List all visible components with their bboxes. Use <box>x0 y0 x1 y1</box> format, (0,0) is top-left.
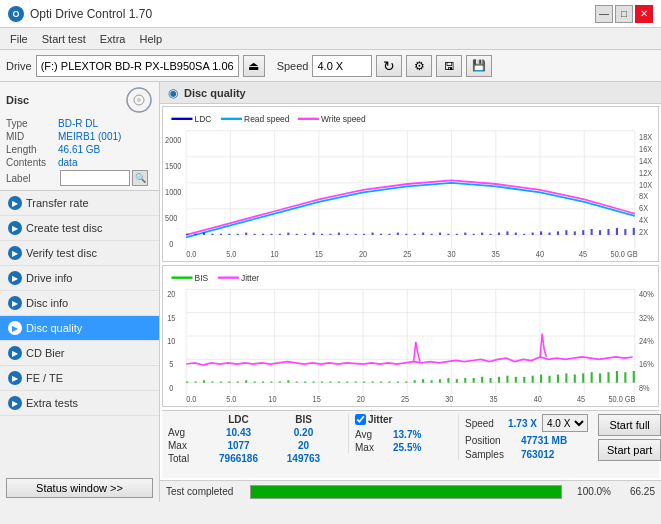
speed-dropdown[interactable]: 4.0 X 2.0 X 6.0 X 8.0 X <box>542 414 588 432</box>
samples-label: Samples <box>465 449 517 460</box>
start-part-button[interactable]: Start part <box>598 439 661 461</box>
tool-button-1[interactable]: 🖫 <box>436 55 462 77</box>
sidebar-item-cd-bier[interactable]: ▶ CD Bier <box>0 341 159 366</box>
svg-rect-74 <box>372 233 374 235</box>
svg-rect-91 <box>515 233 517 235</box>
svg-text:Write speed: Write speed <box>321 114 366 125</box>
svg-text:BIS: BIS <box>195 273 209 283</box>
svg-text:24%: 24% <box>639 337 654 346</box>
minimize-button[interactable]: — <box>595 5 613 23</box>
progress-speed: 66.25 <box>615 486 655 497</box>
label-icon-button[interactable]: 🔍 <box>132 170 148 186</box>
maximize-button[interactable]: □ <box>615 5 633 23</box>
settings-button[interactable]: ⚙ <box>406 55 432 77</box>
bis-total: 149763 <box>271 453 336 464</box>
eject-button[interactable]: ⏏ <box>243 55 265 77</box>
svg-text:18X: 18X <box>639 133 653 143</box>
save-button[interactable]: 💾 <box>466 55 492 77</box>
svg-rect-64 <box>287 233 289 235</box>
svg-text:15: 15 <box>315 250 324 260</box>
svg-rect-102 <box>607 229 609 235</box>
svg-rect-182 <box>473 378 475 383</box>
disc-quality-title: Disc quality <box>184 87 246 99</box>
svg-text:40: 40 <box>536 250 545 260</box>
drive-select[interactable]: (F:) PLEXTOR BD-R PX-LB950SA 1.06 <box>36 55 239 77</box>
verify-test-disc-icon: ▶ <box>8 246 22 260</box>
svg-rect-54 <box>203 233 205 235</box>
svg-rect-105 <box>633 228 635 235</box>
sidebar-item-fe-te[interactable]: ▶ FE / TE <box>0 366 159 391</box>
speed-select[interactable]: 4.0 X <box>312 55 372 77</box>
menu-file[interactable]: File <box>4 31 34 47</box>
svg-rect-68 <box>321 234 323 235</box>
svg-text:10: 10 <box>268 395 277 404</box>
menu-extra[interactable]: Extra <box>94 31 132 47</box>
svg-rect-194 <box>574 375 576 383</box>
speed-stat-value: 1.73 X <box>508 418 538 429</box>
content-area: ◉ Disc quality LDC Read speed Write spee… <box>160 82 661 502</box>
svg-rect-97 <box>565 230 567 235</box>
svg-text:20: 20 <box>357 395 366 404</box>
sidebar-item-extra-tests[interactable]: ▶ Extra tests <box>0 391 159 416</box>
svg-rect-170 <box>372 382 374 383</box>
ldc-column-header: LDC <box>206 414 271 425</box>
svg-text:40: 40 <box>534 395 543 404</box>
drive-label: Drive <box>6 60 32 72</box>
status-window-button[interactable]: Status window >> <box>6 478 153 498</box>
sidebar: Disc Type BD-R DL MID MEIRB1 (001) Lengt… <box>0 82 160 502</box>
label-input[interactable] <box>60 170 130 186</box>
sidebar-item-verify-test-disc[interactable]: ▶ Verify test disc <box>0 241 159 266</box>
svg-rect-155 <box>245 380 247 382</box>
svg-rect-178 <box>439 379 441 383</box>
transfer-rate-icon: ▶ <box>8 196 22 210</box>
svg-rect-101 <box>599 230 601 235</box>
sidebar-item-create-test-disc[interactable]: ▶ Create test disc <box>0 216 159 241</box>
progress-bar-container: Test completed 100.0% 66.25 <box>160 480 661 502</box>
svg-text:14X: 14X <box>639 156 653 166</box>
svg-rect-69 <box>329 234 331 235</box>
svg-rect-83 <box>447 234 449 235</box>
svg-rect-56 <box>220 234 222 235</box>
ldc-chart-svg: LDC Read speed Write speed 2000 1500 100… <box>163 107 658 261</box>
svg-rect-176 <box>422 379 424 383</box>
svg-rect-153 <box>228 382 230 383</box>
svg-rect-200 <box>624 372 626 383</box>
svg-rect-85 <box>464 233 466 235</box>
svg-rect-99 <box>582 230 584 235</box>
svg-rect-151 <box>211 382 213 383</box>
bis-avg: 0.20 <box>271 427 336 438</box>
svg-rect-193 <box>565 373 567 382</box>
drive-info-icon: ▶ <box>8 271 22 285</box>
svg-text:8%: 8% <box>639 383 650 392</box>
menu-help[interactable]: Help <box>133 31 168 47</box>
toolbar: Drive (F:) PLEXTOR BD-R PX-LB950SA 1.06 … <box>0 50 661 82</box>
svg-text:5.0: 5.0 <box>226 395 237 404</box>
svg-rect-90 <box>506 231 508 235</box>
svg-text:1500: 1500 <box>165 161 182 171</box>
close-button[interactable]: ✕ <box>635 5 653 23</box>
position-label: Position <box>465 435 517 446</box>
svg-rect-86 <box>473 234 475 235</box>
svg-text:30: 30 <box>445 395 454 404</box>
jitter-checkbox[interactable] <box>355 414 366 425</box>
start-full-button[interactable]: Start full <box>598 414 661 436</box>
svg-rect-67 <box>313 233 315 235</box>
svg-rect-103 <box>616 228 618 235</box>
title-bar: O Opti Drive Control 1.70 — □ ✕ <box>0 0 661 28</box>
svg-text:0: 0 <box>169 383 174 392</box>
sidebar-item-drive-info[interactable]: ▶ Drive info <box>0 266 159 291</box>
window-controls: — □ ✕ <box>595 5 653 23</box>
refresh-button[interactable]: ↻ <box>376 55 402 77</box>
sidebar-item-disc-info[interactable]: ▶ Disc info <box>0 291 159 316</box>
svg-rect-177 <box>431 380 433 382</box>
menu-start-test[interactable]: Start test <box>36 31 92 47</box>
svg-rect-179 <box>447 378 449 383</box>
svg-rect-190 <box>540 375 542 383</box>
svg-rect-188 <box>523 377 525 383</box>
sidebar-item-transfer-rate[interactable]: ▶ Transfer rate <box>0 191 159 216</box>
svg-rect-71 <box>346 234 348 235</box>
svg-rect-58 <box>237 234 239 235</box>
svg-text:LDC: LDC <box>195 114 212 125</box>
sidebar-item-disc-quality[interactable]: ▶ Disc quality <box>0 316 159 341</box>
svg-rect-94 <box>540 231 542 235</box>
